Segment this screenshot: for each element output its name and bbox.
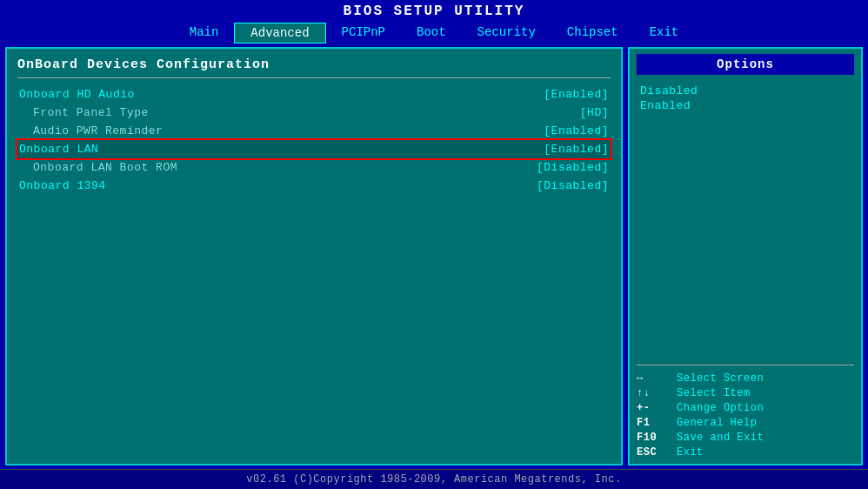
- config-label: Onboard LAN Boot ROM: [19, 161, 177, 174]
- key-row: ESCExit: [637, 446, 854, 459]
- key-row: F10Save and Exit: [637, 432, 854, 444]
- options-header: Options: [637, 54, 854, 75]
- key-row: +-Change Option: [637, 402, 854, 414]
- config-row[interactable]: Onboard LAN[Enabled]: [17, 140, 611, 158]
- key-row: ↑↓Select Item: [637, 387, 854, 399]
- config-row[interactable]: Audio PWR Reminder[Enabled]: [17, 122, 611, 140]
- config-value: [Enabled]: [544, 124, 609, 137]
- footer: v02.61 (C)Copyright 1985-2009, American …: [0, 469, 868, 489]
- key-desc: Exit: [677, 446, 704, 459]
- tab-exit[interactable]: Exit: [634, 23, 695, 44]
- key-name: F10: [637, 432, 668, 444]
- config-label: Front Panel Type: [19, 106, 149, 119]
- config-label: Onboard 1394: [19, 179, 106, 192]
- config-row[interactable]: Onboard 1394[Disabled]: [17, 177, 611, 195]
- config-value: [Enabled]: [544, 143, 609, 156]
- options-list: DisabledEnabled: [637, 84, 854, 113]
- tab-advanced[interactable]: Advanced: [234, 23, 325, 44]
- config-label: Onboard HD Audio: [19, 88, 135, 101]
- config-list: Onboard HD Audio[Enabled]Front Panel Typ…: [17, 85, 611, 195]
- key-row: ↔Select Screen: [637, 372, 854, 385]
- key-row: F1General Help: [637, 417, 854, 429]
- config-value: [Disabled]: [537, 179, 609, 192]
- config-row[interactable]: Front Panel Type[HD]: [17, 104, 611, 122]
- tab-chipset[interactable]: Chipset: [551, 23, 634, 44]
- key-name: ↔: [637, 372, 668, 385]
- main-content: OnBoard Devices Configuration Onboard HD…: [0, 44, 868, 469]
- keymap: ↔Select Screen↑↓Select Item+-Change Opti…: [637, 365, 854, 459]
- tab-boot[interactable]: Boot: [401, 23, 462, 44]
- config-value: [Enabled]: [544, 88, 609, 101]
- left-panel: OnBoard Devices Configuration Onboard HD…: [5, 47, 623, 466]
- config-row[interactable]: Onboard HD Audio[Enabled]: [17, 85, 611, 104]
- config-row[interactable]: Onboard LAN Boot ROM[Disabled]: [17, 158, 611, 177]
- tab-security[interactable]: Security: [462, 23, 551, 44]
- page-heading: OnBoard Devices Configuration: [17, 57, 611, 78]
- key-desc: General Help: [677, 417, 757, 429]
- key-name: ESC: [637, 446, 668, 459]
- tab-row: MainAdvancedPCIPnPBootSecurityChipsetExi…: [0, 23, 868, 44]
- key-name: ↑↓: [637, 387, 668, 399]
- key-name: F1: [637, 417, 668, 429]
- config-value: [Disabled]: [537, 161, 609, 174]
- app-title: BIOS SETUP UTILITY: [344, 3, 525, 19]
- key-desc: Select Screen: [677, 372, 764, 385]
- key-name: +-: [637, 402, 668, 414]
- config-label: Onboard LAN: [19, 143, 98, 156]
- right-panel: Options DisabledEnabled ↔Select Screen↑↓…: [628, 47, 863, 466]
- key-desc: Change Option: [677, 402, 764, 414]
- config-value: [HD]: [580, 106, 609, 119]
- option-item[interactable]: Disabled: [637, 84, 854, 98]
- title-bar: BIOS SETUP UTILITY: [0, 0, 868, 23]
- tab-main[interactable]: Main: [174, 23, 235, 44]
- key-desc: Save and Exit: [677, 432, 764, 444]
- key-desc: Select Item: [677, 387, 751, 399]
- config-label: Audio PWR Reminder: [19, 124, 163, 137]
- tab-pcipnp[interactable]: PCIPnP: [326, 23, 401, 44]
- option-item[interactable]: Enabled: [637, 98, 854, 113]
